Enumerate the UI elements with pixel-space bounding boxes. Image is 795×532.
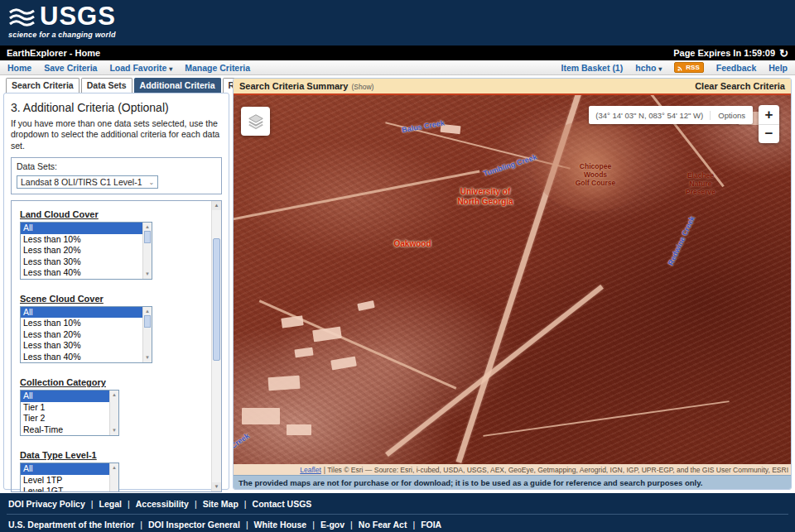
main-navbar: HomeSave CriteriaLoad Favorite▾Manage Cr…: [0, 60, 795, 75]
scroll-down-arrow-icon[interactable]: ▼: [110, 427, 118, 434]
rss-badge[interactable]: RSS: [674, 62, 703, 73]
usgs-tagline: science for a changing world: [8, 31, 116, 39]
listbox-scrollbar[interactable]: ▲▼: [142, 223, 152, 279]
coordinate-display: (34° 14' 03" N, 083° 54' 12" W) Options: [589, 106, 753, 124]
footer-link-doi-inspector-general[interactable]: DOI Inspector General: [148, 520, 240, 530]
map-panel: Search Criteria Summary (Show) Clear Sea…: [233, 78, 792, 490]
listbox-options: AllLess than 10%Less than 20%Less than 3…: [21, 307, 142, 363]
map-label-redwine-creek: Redwine Creek: [667, 215, 697, 267]
option-less-than-20[interactable]: Less than 20%: [21, 245, 142, 256]
nav-right: Item Basket (1) hcho▾ RSS Feedback Help: [561, 62, 788, 73]
clear-search-criteria-link[interactable]: Clear Search Criteria: [695, 81, 785, 91]
option-all[interactable]: All: [21, 391, 109, 402]
mouse-coordinates: (34° 14' 03" N, 083° 54' 12" W): [589, 111, 711, 120]
option-all[interactable]: All: [21, 463, 109, 475]
listbox-scrollbar[interactable]: ▲▼: [109, 391, 118, 435]
map-canvas[interactable]: Balus CreekTumbling CreekChicopee Woods …: [234, 95, 791, 464]
criteria-label-collection-category[interactable]: Collection Category: [20, 377, 106, 387]
footer-link-foia[interactable]: FOIA: [421, 520, 441, 530]
listbox-land-cloud-cover[interactable]: AllLess than 10%Less than 20%Less than 3…: [20, 222, 152, 280]
scrollbar-thumb[interactable]: [144, 315, 151, 328]
option-less-than-30[interactable]: Less than 30%: [21, 256, 142, 268]
map-label-creek: Creek: [234, 432, 251, 451]
section-heading: 3. Additional Criteria (Optional): [11, 101, 222, 114]
criteria-label-data-type-level-1[interactable]: Data Type Level-1: [20, 450, 97, 460]
zoom-in-button[interactable]: +: [759, 105, 779, 124]
chevron-down-icon: ▾: [658, 65, 662, 73]
data-sets-select[interactable]: Landsat 8 OLI/TIRS C1 Level-1 ⌄: [17, 175, 158, 189]
option-less-than-30[interactable]: Less than 30%: [21, 340, 142, 352]
nav-link-save-criteria[interactable]: Save Criteria: [44, 63, 97, 73]
tab-data-sets[interactable]: Data Sets: [81, 78, 132, 93]
listbox-options: AllLess than 10%Less than 20%Less than 3…: [21, 223, 142, 279]
scrollbar-thumb[interactable]: [213, 238, 220, 361]
footer-link-legal[interactable]: Legal: [99, 499, 122, 509]
footer-link-accessibility[interactable]: Accessibility: [136, 499, 189, 509]
option-less-than-40[interactable]: Less than 40%: [21, 352, 142, 363]
help-link[interactable]: Help: [768, 63, 788, 73]
nav-left: HomeSave CriteriaLoad Favorite▾Manage Cr…: [7, 63, 250, 73]
nav-link-load-favorite[interactable]: Load Favorite▾: [109, 63, 172, 73]
criteria-label-land-cloud-cover[interactable]: Land Cloud Cover: [20, 209, 99, 219]
scroll-up-arrow-icon[interactable]: ▲: [110, 391, 118, 399]
option-all[interactable]: All: [21, 223, 142, 234]
listbox-options: AllTier 1Tier 2Real-Time: [21, 391, 109, 435]
nav-link-manage-criteria[interactable]: Manage Criteria: [185, 63, 250, 73]
scroll-down-arrow-icon[interactable]: ▼: [143, 271, 152, 278]
footer-link-contact-usgs[interactable]: Contact USGS: [253, 499, 312, 509]
scroll-down-arrow-icon[interactable]: ▼: [212, 482, 221, 491]
option-level-1tp[interactable]: Level 1TP: [21, 475, 109, 486]
listbox-data-type-level-1[interactable]: AllLevel 1TPLevel 1GTLevel 1GS▲▼: [20, 463, 119, 492]
option-level-1gt[interactable]: Level 1GT: [21, 486, 109, 492]
usgs-banner: USGS science for a changing world: [0, 0, 795, 46]
scroll-down-arrow-icon[interactable]: ▼: [143, 354, 152, 362]
map-options-button[interactable]: Options: [711, 111, 753, 120]
option-tier-2[interactable]: Tier 2: [21, 413, 109, 424]
option-less-than-20[interactable]: Less than 20%: [21, 329, 142, 341]
tab-additional-criteria[interactable]: Additional Criteria: [134, 78, 221, 93]
listbox-scrollbar[interactable]: ▲▼: [109, 463, 118, 492]
listbox-scrollbar[interactable]: ▲▼: [142, 307, 152, 363]
option-all[interactable]: All: [21, 307, 142, 319]
criteria-list-container: Land Cloud CoverAllLess than 10%Less tha…: [11, 200, 222, 492]
leaflet-link[interactable]: Leaflet: [300, 466, 321, 474]
option-less-than-40[interactable]: Less than 40%: [21, 267, 142, 279]
option-real-time[interactable]: Real-Time: [21, 424, 109, 436]
scrollbar-thumb[interactable]: [144, 231, 151, 243]
content-area: Search CriteriaData SetsAdditional Crite…: [0, 75, 795, 493]
scroll-up-arrow-icon[interactable]: ▲: [110, 464, 118, 472]
feedback-link[interactable]: Feedback: [716, 63, 756, 73]
listbox-collection-category[interactable]: AllTier 1Tier 2Real-Time▲▼: [20, 390, 119, 436]
user-menu[interactable]: hcho▾: [635, 63, 662, 73]
summary-show-link[interactable]: (Show): [351, 83, 373, 91]
layers-control[interactable]: [241, 107, 270, 136]
map-label-tumbling-creek: Tumbling Creek: [482, 153, 537, 179]
option-less-than-10[interactable]: Less than 10%: [21, 234, 142, 246]
rss-icon: [677, 65, 684, 71]
footer-link-e-gov[interactable]: E-gov: [320, 520, 344, 530]
option-less-than-10[interactable]: Less than 10%: [21, 318, 142, 329]
refresh-timer-icon[interactable]: ↻: [779, 48, 788, 59]
usgs-logo[interactable]: USGS science for a changing world: [8, 4, 116, 39]
search-criteria-summary-bar: Search Criteria Summary (Show) Clear Sea…: [234, 79, 791, 95]
footer-link-u-s-department-of-the-interior[interactable]: U.S. Department of the Interior: [8, 520, 134, 530]
nav-link-home[interactable]: Home: [7, 63, 31, 73]
criteria-section-collection-category: Collection CategoryAllTier 1Tier 2Real-T…: [20, 374, 205, 436]
listbox-scene-cloud-cover[interactable]: AllLess than 10%Less than 20%Less than 3…: [20, 306, 152, 364]
scroll-up-arrow-icon[interactable]: ▲: [143, 223, 152, 231]
footer-link-white-house[interactable]: White House: [254, 520, 307, 530]
zoom-out-button[interactable]: −: [759, 124, 779, 143]
criteria-scrollbar[interactable]: ▲ ▼: [211, 201, 221, 491]
option-tier-1[interactable]: Tier 1: [21, 402, 109, 414]
tab-search-criteria[interactable]: Search Criteria: [6, 78, 80, 93]
map-label-university-of: University of North Georgia: [457, 187, 513, 206]
criteria-label-scene-cloud-cover[interactable]: Scene Cloud Cover: [20, 294, 104, 304]
scroll-up-arrow-icon[interactable]: ▲: [212, 201, 221, 210]
scroll-up-arrow-icon[interactable]: ▲: [143, 308, 152, 315]
footer-link-no-fear-act[interactable]: No Fear Act: [359, 520, 407, 530]
user-name: hcho: [635, 63, 656, 73]
footer-link-doi-privacy-policy[interactable]: DOI Privacy Policy: [8, 499, 85, 509]
item-basket-link[interactable]: Item Basket (1): [561, 63, 624, 73]
footer-separator: |: [412, 520, 415, 530]
footer-link-site-map[interactable]: Site Map: [203, 499, 238, 509]
